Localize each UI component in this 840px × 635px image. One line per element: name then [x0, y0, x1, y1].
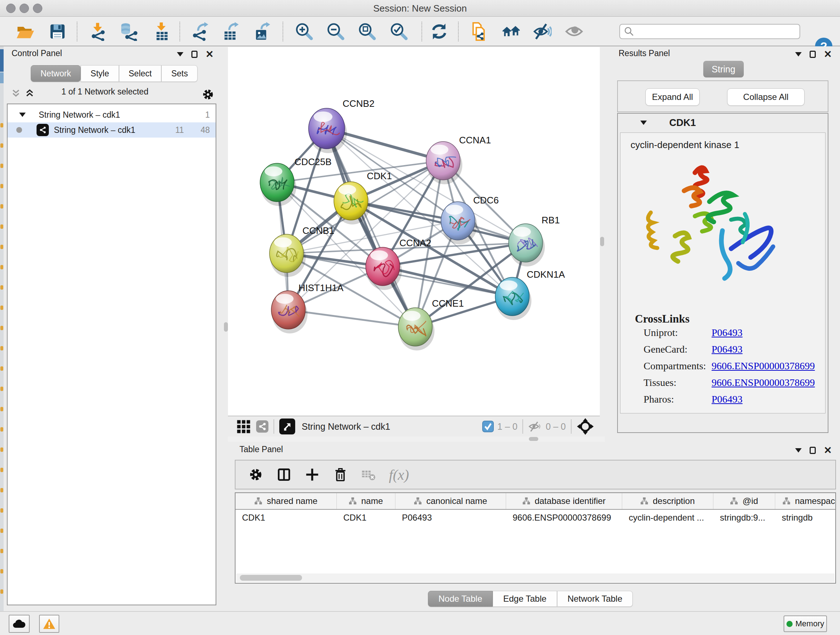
- tab-node-table[interactable]: Node Table: [428, 591, 493, 607]
- network-collection-row[interactable]: String Network – cdk1 1: [8, 107, 216, 122]
- gene-symbol: CDK1: [669, 117, 696, 128]
- search-box[interactable]: [619, 24, 800, 39]
- edge-CCNB2-CCNE1[interactable]: [327, 128, 415, 327]
- delete-column-icon[interactable]: [332, 467, 348, 483]
- search-input[interactable]: [635, 27, 799, 36]
- function-builder-icon-disabled: f(x): [389, 466, 409, 483]
- splitter-handle[interactable]: [600, 237, 604, 246]
- tab-network[interactable]: Network: [31, 65, 81, 82]
- expand-collapse-box: Expand All Collapse All: [617, 80, 829, 112]
- zoom-fit-icon[interactable]: [357, 21, 378, 42]
- hidden-eye-slash-icon[interactable]: [528, 421, 542, 432]
- maximize-panel-icon[interactable]: [191, 51, 197, 58]
- tab-style[interactable]: Style: [81, 65, 118, 82]
- hidden-counter: 0 – 0: [546, 421, 566, 432]
- node-table[interactable]: shared namenamecanonical namedatabase id…: [235, 492, 836, 584]
- grid-view-icon[interactable]: [236, 419, 251, 434]
- zoom-in-icon[interactable]: [294, 21, 315, 42]
- node-CCNE1[interactable]: CCNE1: [398, 298, 464, 350]
- close-panel-icon[interactable]: ✕: [824, 447, 832, 454]
- splitter-handle[interactable]: [224, 322, 228, 332]
- tab-string[interactable]: String: [703, 61, 744, 78]
- crosslink-link[interactable]: 9606.ENSP00000378699: [712, 377, 815, 394]
- maximize-panel-icon[interactable]: [810, 447, 816, 454]
- save-session-icon[interactable]: [47, 21, 68, 42]
- application-window: Session: New Session: [0, 0, 840, 635]
- table-settings-gear-icon[interactable]: [248, 467, 264, 483]
- network-row-selected[interactable]: String Network – cdk1 11 48: [8, 122, 216, 138]
- node-CCNA1[interactable]: CCNA1: [426, 135, 491, 184]
- splitter-handle[interactable]: [529, 437, 538, 441]
- network-canvas[interactable]: CCNB2CCNA1CDC25BCDK1CDC6RB1CCNB1CCNA2CDK…: [228, 47, 600, 416]
- tab-sets[interactable]: Sets: [161, 65, 197, 82]
- float-panel-icon[interactable]: [177, 52, 183, 57]
- zoom-selected-icon[interactable]: [388, 21, 409, 42]
- node-CDC6[interactable]: CDC6: [441, 195, 499, 244]
- show-all-icon[interactable]: [564, 21, 584, 42]
- network-list: String Network – cdk1 1 String Network –…: [7, 103, 216, 605]
- tab-select[interactable]: Select: [119, 65, 162, 82]
- crosslink-label: Pharos:: [644, 394, 712, 410]
- tab-edge-table[interactable]: Edge Table: [493, 591, 557, 607]
- node-CCNA2[interactable]: CCNA2: [366, 238, 431, 290]
- apply-layout-icon[interactable]: [429, 21, 450, 42]
- background-dot: [0, 589, 3, 594]
- network-overview-icon[interactable]: [256, 420, 268, 432]
- column-header-database-identifier[interactable]: database identifier: [506, 493, 622, 509]
- crosslink-link[interactable]: P06493: [712, 394, 743, 410]
- close-panel-icon[interactable]: ✕: [205, 51, 214, 58]
- node-CDKN1A[interactable]: CDKN1A: [495, 269, 565, 320]
- open-file-icon[interactable]: [14, 21, 35, 42]
- gene-section-header[interactable]: CDK1: [618, 114, 828, 132]
- new-network-from-selection-icon[interactable]: [468, 21, 489, 42]
- import-table-icon[interactable]: [152, 21, 172, 42]
- scrollbar-thumb[interactable]: [240, 575, 302, 581]
- pan-crosshair-icon[interactable]: [576, 418, 594, 435]
- birds-eye-view-icon[interactable]: [279, 418, 295, 434]
- node-HIST1H1A[interactable]: HIST1H1A: [271, 282, 344, 333]
- export-network-icon[interactable]: [190, 21, 211, 42]
- import-network-from-file-icon[interactable]: [88, 21, 109, 42]
- string-network-graph[interactable]: CCNB2CCNA1CDC25BCDK1CDC6RB1CCNB1CCNA2CDK…: [228, 47, 600, 416]
- background-dot: [0, 184, 3, 188]
- collapse-all-button[interactable]: Collapse All: [727, 88, 805, 106]
- hide-selected-icon[interactable]: [532, 21, 553, 42]
- selected-checkbox-icon[interactable]: [482, 421, 494, 432]
- show-columns-icon[interactable]: [276, 467, 292, 483]
- expand-all-button[interactable]: Expand All: [645, 88, 699, 106]
- float-panel-icon[interactable]: [795, 448, 802, 453]
- column-header-namespace[interactable]: namespace: [775, 493, 836, 509]
- add-column-icon[interactable]: [304, 467, 320, 483]
- import-network-from-database-icon[interactable]: [118, 21, 139, 42]
- column-header-name[interactable]: name: [337, 493, 395, 509]
- first-neighbors-icon[interactable]: [501, 21, 522, 42]
- close-panel-icon[interactable]: ✕: [824, 51, 832, 58]
- collapse-gene-icon[interactable]: [640, 120, 647, 125]
- maximize-panel-icon[interactable]: [810, 51, 816, 58]
- tab-network-table[interactable]: Network Table: [557, 591, 633, 607]
- crosslink-link[interactable]: P06493: [712, 327, 743, 344]
- node-CCNB2[interactable]: CCNB2: [309, 98, 374, 153]
- cloud-button[interactable]: [9, 615, 30, 633]
- gear-icon[interactable]: [201, 88, 215, 101]
- column-header-canonical-name[interactable]: canonical name: [395, 493, 506, 509]
- crosslink-link[interactable]: 9606.ENSP00000378699: [712, 360, 815, 377]
- column-header-shared-name[interactable]: shared name: [235, 493, 337, 509]
- table-row[interactable]: CDK1CDK1P064939606.ENSP00000378699cyclin…: [235, 510, 835, 526]
- node-RB1[interactable]: RB1: [508, 215, 560, 266]
- table-horizontal-scrollbar[interactable]: [236, 573, 835, 582]
- node-label-CCNA1: CCNA1: [459, 135, 491, 146]
- crosslink-link[interactable]: P06493: [712, 344, 743, 360]
- column-header-id[interactable]: @id: [714, 493, 775, 509]
- table-toolbar: f(x): [235, 460, 836, 489]
- export-image-icon[interactable]: [252, 21, 273, 42]
- node-CDC25B[interactable]: CDC25B: [260, 157, 332, 206]
- warnings-button[interactable]: [39, 615, 59, 633]
- zoom-out-icon[interactable]: [325, 21, 346, 42]
- float-panel-icon[interactable]: [795, 52, 802, 57]
- memory-button[interactable]: Memory: [783, 616, 827, 632]
- gene-description: cyclin-dependent kinase 1: [630, 139, 739, 150]
- collection-expand-icon[interactable]: [19, 112, 26, 117]
- export-table-icon[interactable]: [220, 21, 241, 42]
- column-header-description[interactable]: description: [622, 493, 714, 509]
